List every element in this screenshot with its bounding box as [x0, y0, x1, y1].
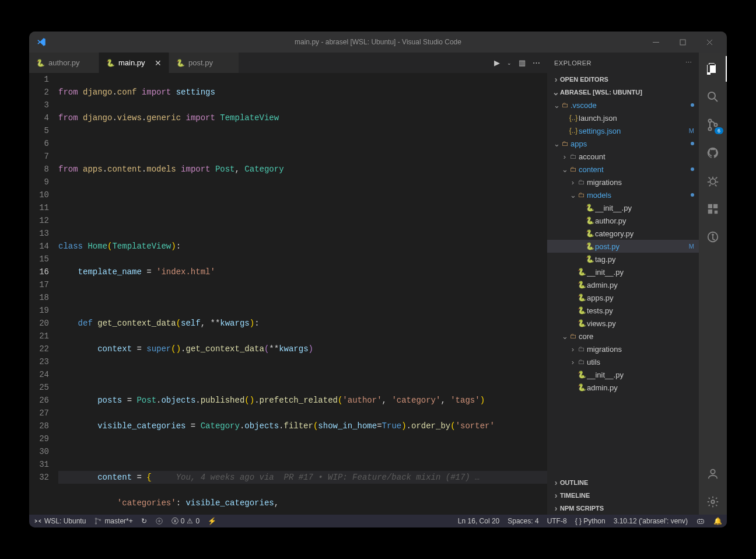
tree-item[interactable]: 🐍admin.py: [547, 381, 699, 394]
section-open-editors[interactable]: › OPEN EDITORS: [547, 73, 699, 86]
ports-icon[interactable]: [155, 517, 163, 525]
tree-item-label: __init__.py: [595, 204, 694, 212]
svg-point-6: [710, 179, 715, 184]
python-icon: 🐍: [176, 59, 185, 67]
split-editor-button[interactable]: ▥: [519, 58, 526, 67]
language-mode[interactable]: { } Python: [575, 517, 606, 525]
indentation[interactable]: Spaces: 4: [508, 517, 538, 525]
tree-item[interactable]: ⌄🗀apps: [547, 137, 699, 150]
tree-item-label: apps.py: [587, 294, 694, 302]
tab-main[interactable]: 🐍 main.py ✕: [99, 53, 169, 73]
tree-item[interactable]: 🐍admin.py: [547, 278, 699, 291]
tree-item-label: launch.json: [579, 114, 694, 123]
github-icon[interactable]: [699, 140, 727, 166]
encoding[interactable]: UTF-8: [547, 517, 567, 525]
tree-item[interactable]: ⌄🗀content: [547, 163, 699, 176]
tree-item[interactable]: 🐍tests.py: [547, 304, 699, 317]
svg-point-16: [699, 521, 700, 522]
svg-point-5: [715, 124, 718, 127]
modified-dot: [691, 167, 694, 171]
tab-author[interactable]: 🐍 author.py: [29, 53, 99, 73]
tree-item[interactable]: 🐍__init__.py: [547, 265, 699, 278]
cursor-position[interactable]: Ln 16, Col 20: [458, 517, 499, 525]
more-actions-button[interactable]: ⋯: [533, 58, 540, 67]
section-timeline[interactable]: › TIMELINE: [547, 489, 699, 502]
tree-item[interactable]: ⌄🗀.vscode: [547, 99, 699, 111]
activitybar: 6: [699, 53, 727, 515]
chevron-right-icon: ›: [552, 75, 560, 84]
tree-item-label: migrations: [587, 345, 694, 354]
modified-dot: [691, 193, 694, 197]
tree-item[interactable]: 🐍__init__.py: [547, 201, 699, 214]
tree-item-label: views.py: [587, 319, 694, 328]
tree-item-label: .vscode: [570, 101, 691, 110]
tree-item[interactable]: 🐍tag.py: [547, 253, 699, 265]
python-interpreter[interactable]: 3.10.12 ('abrasel': venv): [614, 517, 688, 525]
tree-item[interactable]: 🐍category.py: [547, 227, 699, 240]
tree-item[interactable]: {..}settings.jsonM: [547, 124, 699, 137]
tree-item-label: post.py: [595, 242, 687, 251]
maximize-button[interactable]: [670, 32, 695, 53]
more-actions-button[interactable]: ⋯: [685, 59, 692, 67]
tree-item[interactable]: ›🗀migrations: [547, 176, 699, 188]
tree-item-label: admin.py: [587, 383, 694, 392]
gitlens-icon[interactable]: [699, 224, 727, 250]
copilot-icon[interactable]: [696, 516, 705, 526]
notifications-icon[interactable]: 🔔: [713, 517, 722, 525]
section-workspace[interactable]: ⌄ ABRASEL [WSL: UBUNTU]: [547, 86, 699, 99]
svg-point-4: [709, 128, 712, 131]
tree-item[interactable]: 🐍__init__.py: [547, 368, 699, 381]
line-gutter: 1234567891011121314151617181920212223242…: [29, 73, 58, 515]
git-status: M: [687, 243, 694, 250]
file-tree: ⌄🗀.vscode{..}launch.json{..}settings.jso…: [547, 99, 699, 476]
chevron-right-icon: ›: [552, 504, 560, 513]
sync-icon[interactable]: ↻: [141, 517, 147, 525]
git-blame-annotation: You, 4 weeks ago via PR #17 • WIP: Featu…: [176, 473, 480, 482]
svg-point-3: [709, 120, 712, 123]
tree-item-label: admin.py: [587, 281, 694, 289]
tree-item-label: utils: [587, 358, 694, 366]
tree-item[interactable]: ›🗀account: [547, 150, 699, 163]
code-content[interactable]: from django.conf import settings from dj…: [58, 73, 547, 515]
settings-icon[interactable]: [699, 489, 727, 515]
close-button[interactable]: [696, 32, 722, 53]
tree-item[interactable]: ⌄🗀models: [547, 188, 699, 201]
tree-item-label: models: [587, 191, 691, 200]
python-icon: 🐍: [106, 59, 115, 67]
extensions-icon[interactable]: [699, 196, 727, 222]
svg-point-10: [711, 500, 715, 504]
modified-dot: [691, 103, 694, 107]
section-npm-scripts[interactable]: › NPM SCRIPTS: [547, 502, 699, 515]
window-title: main.py - abrasel [WSL: Ubuntu] - Visual…: [295, 38, 461, 46]
minimize-button[interactable]: [643, 32, 668, 53]
run-button[interactable]: ▶: [494, 58, 500, 67]
tree-item[interactable]: ›🗀migrations: [547, 343, 699, 355]
account-icon[interactable]: [699, 461, 727, 487]
tree-item[interactable]: 🐍post.pyM: [547, 240, 699, 253]
tree-item-label: account: [579, 152, 694, 161]
tree-item-label: __init__.py: [587, 371, 694, 379]
source-control-icon[interactable]: 6: [699, 112, 727, 138]
tree-item[interactable]: 🐍apps.py: [547, 291, 699, 304]
search-icon[interactable]: [699, 84, 727, 110]
chevron-right-icon: ›: [552, 491, 560, 500]
close-icon[interactable]: ✕: [155, 58, 162, 68]
tree-item[interactable]: {..}launch.json: [547, 111, 699, 124]
git-branch[interactable]: master*+: [94, 517, 132, 525]
tab-post[interactable]: 🐍 post.py: [169, 53, 239, 73]
tree-item-label: category.py: [595, 229, 694, 238]
tree-item[interactable]: 🐍author.py: [547, 214, 699, 227]
statusbar: WSL: Ubuntu master*+ ↻ ⓧ0 ⚠0 ⚡ Ln 16, Co…: [29, 515, 727, 527]
code-editor[interactable]: 1234567891011121314151617181920212223242…: [29, 73, 547, 515]
problems[interactable]: ⓧ0 ⚠0: [172, 516, 200, 526]
tree-item[interactable]: ›🗀utils: [547, 355, 699, 368]
debug-icon[interactable]: ⚡: [208, 517, 216, 525]
remote-indicator[interactable]: WSL: Ubuntu: [34, 517, 86, 525]
explorer-icon[interactable]: [699, 56, 727, 82]
run-dropdown[interactable]: ⌄: [507, 60, 512, 66]
tree-item[interactable]: ⌄🗀core: [547, 330, 699, 343]
tree-item[interactable]: 🐍views.py: [547, 317, 699, 330]
debug-icon[interactable]: [699, 168, 727, 194]
tabs: 🐍 author.py 🐍 main.py ✕ 🐍 post.py ▶ ⌄ ▥: [29, 53, 547, 73]
section-outline[interactable]: › OUTLINE: [547, 476, 699, 489]
